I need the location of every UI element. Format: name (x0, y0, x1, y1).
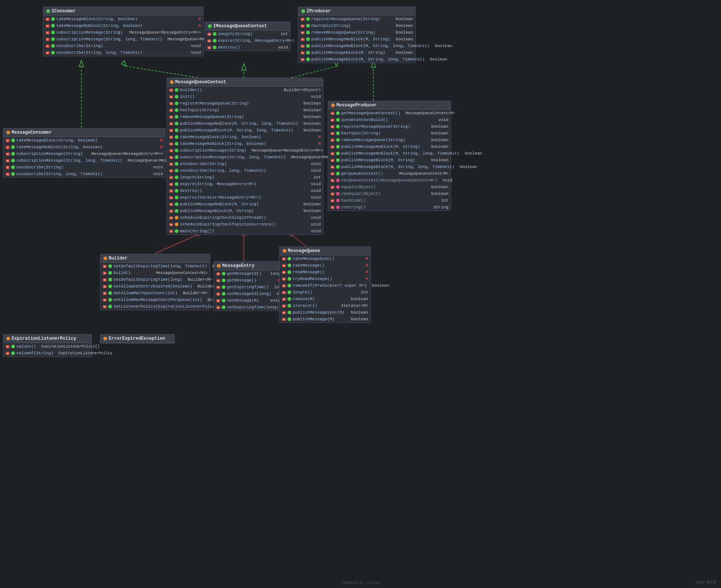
method-row[interactable]: m takeMessageBlock(String, boolean) M (3, 137, 165, 144)
method-row[interactable]: m subscriptionMessage(String) MessageQue… (167, 147, 323, 154)
method-row[interactable]: m setAllowSetEntryExpired(boolean) Build… (100, 283, 210, 290)
method-row[interactable]: m removeMessageQueue(String) boolean (167, 113, 323, 120)
method-row[interactable]: m tryReadMessage() M (280, 276, 370, 282)
method-row[interactable]: m unsubscribe(String) void (43, 43, 203, 49)
method-row[interactable]: m unsubscribe(String, long, TimeUnit) vo… (167, 167, 323, 174)
method-row[interactable]: m destroy() void (205, 44, 290, 51)
method-row[interactable]: m expire(String, MessageEntry<M>) void (167, 181, 323, 187)
method-row[interactable]: m subscriptionMessage(String, long, Time… (3, 157, 165, 164)
method-row[interactable]: m canEqual(Object) boolean (328, 190, 451, 197)
method-row[interactable]: m main(String[]) void (167, 228, 323, 234)
method-row[interactable]: m removeMessageQueue(String) boolean (298, 29, 415, 36)
method-row[interactable]: m scheduleExpiringCheckTopicConcurrency(… (167, 221, 323, 228)
method-row[interactable]: m build() MessageQueueContext<M1> (100, 270, 210, 276)
method-row[interactable]: m takeMessageBlock(String, boolean) M (43, 16, 203, 22)
method-return: boolean (428, 131, 448, 136)
method-return: void (307, 168, 321, 173)
method-name: unsubscribe(String, long, TimeUnit) (180, 168, 306, 173)
method-row[interactable]: m subscriptionMessage(String, long, Time… (43, 36, 203, 43)
method-row[interactable]: m getQueueContext() MessageQueueContext<… (328, 170, 451, 177)
method-row[interactable]: m publishMessage(M) boolean (280, 316, 370, 323)
method-name: getExpiringTime() (227, 285, 269, 289)
method-row[interactable]: m setMessageId(long) void (214, 290, 282, 297)
method-row[interactable]: m registerMessageQueue(String) boolean (328, 123, 451, 130)
method-row[interactable]: m publishMessageNoBlock(M, String, long,… (298, 43, 415, 49)
access-icon (175, 115, 178, 119)
access-icon (336, 178, 340, 182)
access-icon (175, 102, 178, 105)
method-row[interactable]: m length(String) int (167, 174, 323, 181)
method-row[interactable]: m remove(M) boolean (280, 296, 370, 302)
method-row[interactable]: m toString() String (328, 204, 451, 211)
method-row[interactable]: m registerMessageQueue(String) boolean (298, 16, 415, 22)
method-row[interactable]: m readMessage() M (280, 269, 370, 276)
method-row[interactable]: m unsubscribe(String, long, TimeUnit) vo… (3, 171, 165, 177)
method-row[interactable]: m setMessage(M) void (214, 297, 282, 304)
method-row[interactable]: m iterator() Iterator<M> (280, 302, 370, 309)
method-row[interactable]: m equals(Object) boolean (328, 184, 451, 190)
method-row[interactable]: m values() ExpirationListenerPolicy[] (3, 343, 91, 350)
method-return: void (307, 162, 321, 166)
method-row[interactable]: m length() int (280, 289, 370, 296)
method-row[interactable]: m takeMessageNoBlock(String, boolean) M (43, 22, 203, 29)
method-row[interactable]: m setDefaultExpiringTime(long) Builder<M… (100, 276, 210, 283)
method-row[interactable]: m getExpiringTime() long (214, 284, 282, 290)
method-name: publishMessageNoBlock(M, String, long, T… (341, 151, 460, 156)
method-row[interactable]: m unsubscribe(String, long, TimeUnit) vo… (43, 49, 203, 56)
method-row[interactable]: m publishMessageNoBlock(M, String, long,… (328, 150, 451, 157)
method-row[interactable]: m queueContextBuild() void (328, 116, 451, 123)
iconsumer-box: IConsumer m takeMessageBlock(String, boo… (43, 7, 203, 56)
method-row[interactable]: m getMessageQueueContext() MessageQueueC… (328, 110, 451, 116)
method-row[interactable]: m takeMessageBlock(String, boolean) M (167, 134, 323, 140)
method-row[interactable]: m publishMessageNoBlock(M, String) boole… (298, 36, 415, 43)
method-row[interactable]: m getMessageId() long (214, 270, 282, 277)
method-row[interactable]: m unsubscribe(String) void (3, 164, 165, 171)
method-row[interactable]: m registerMessageQueue(String) boolean (167, 100, 323, 107)
method-row[interactable]: m hasTopic(String) boolean (328, 130, 451, 137)
method-row[interactable]: m publishMessageBlock(M, String) boolean (298, 49, 415, 56)
access-icon (288, 270, 291, 274)
method-row[interactable]: m publishMessageBlock(M, String) boolean (328, 157, 451, 164)
method-row[interactable]: m subscriptionMessage(String) MessageQue… (43, 29, 203, 36)
method-row[interactable]: m setAllowMaxTopicCount(int) Builder<M> (100, 290, 210, 296)
method-row[interactable]: m removeIf(Predicate<? super M>) boolean (280, 282, 370, 289)
method-row[interactable]: m publishMessageSync(M) boolean (280, 309, 370, 316)
method-row[interactable]: m hasTopic(String) boolean (298, 22, 415, 29)
method-row[interactable]: m subscriptionMessage(String, long, Time… (167, 154, 323, 161)
method-row[interactable]: m takeMessageNoBlock(String, boolean) M (167, 140, 323, 147)
method-row[interactable]: m length(String) int (205, 31, 290, 37)
method-row[interactable]: m publishMessageNoBlock(M, String) boole… (328, 143, 451, 150)
method-row[interactable]: m setAllowMaxMessageCountPerQueue(int) B… (100, 296, 210, 303)
method-row[interactable]: m scheduleExpiringCheckSingleThread() vo… (167, 214, 323, 221)
method-row[interactable]: m builder() Builder<Object> (167, 87, 323, 93)
method-row[interactable]: m hashCode() int (328, 197, 451, 204)
method-row[interactable]: m publishMessageNoBlock(M, String) boole… (167, 201, 323, 208)
access-icon (336, 172, 340, 175)
method-row[interactable]: m valueOf(String) ExpirationListenerPoli… (3, 350, 91, 357)
method-row[interactable]: m setDefaultExpiringTime(long, TimeUnit)… (100, 263, 210, 270)
method-row[interactable]: m takeMessageSync() M (280, 255, 370, 262)
method-row[interactable]: m setListenerPolicy(ExpirationListenerPo… (100, 303, 210, 310)
method-row[interactable]: m expire(String, MessageEntry<M>) void (205, 37, 290, 44)
mqcontext-header: MessageQueueContext (167, 78, 323, 87)
method-row[interactable]: m subscriptionMessage(String) MessageQue… (3, 150, 165, 157)
method-icon: m (207, 32, 211, 36)
method-row[interactable]: m publishMessageBlock(M, String, long, T… (167, 127, 323, 134)
method-row[interactable]: m publishMessageBlock(M, String, long, T… (328, 164, 451, 170)
method-row[interactable]: m hasTopic(String) boolean (167, 107, 323, 113)
method-row[interactable]: m takeMessage() M (280, 262, 370, 269)
method-row[interactable]: m publishMessageBlock(M, String) boolean (167, 208, 323, 214)
method-row[interactable]: m publishMessageNoBlock(M, String, long,… (167, 120, 323, 127)
method-row[interactable]: m setExpiringTime(long) void (214, 304, 282, 311)
method-row[interactable]: m takeMessageNoBlock(String, boolean) M (3, 144, 165, 150)
method-row[interactable]: m unsubscribe(String) void (167, 161, 323, 167)
method-row[interactable]: m expire(Iterator<MessageEntry<M>>) void (167, 194, 323, 201)
method-name: setAllowMaxTopicCount(int) (114, 291, 178, 295)
method-row[interactable]: m destroy() void (167, 187, 323, 194)
method-row[interactable]: m setQueueContext(MessageQueueContext<M>… (328, 177, 451, 184)
method-return: MessageQueueContext<M1> (152, 271, 208, 275)
method-row[interactable]: m getMessage() M (214, 277, 282, 284)
method-row[interactable]: m init() void (167, 93, 323, 100)
method-row[interactable]: m removeMessageQueue(String) boolean (328, 137, 451, 143)
method-row[interactable]: m publishMessageBlock(M, String, long, T… (298, 56, 415, 63)
